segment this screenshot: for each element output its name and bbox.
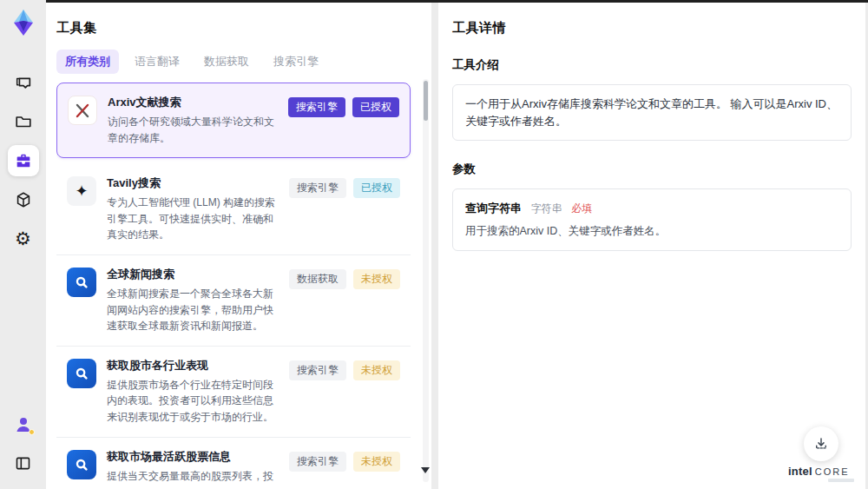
news-search-logo-icon xyxy=(67,450,96,479)
tool-description: 专为人工智能代理 (LLM) 构建的搜索引擎工具。可快速提供实时、准确和真实的结… xyxy=(107,195,275,243)
tool-description: 提供当天交易量最高的股票列表，投资者可以利用这些信息来识别流动性强的股票和潜在的… xyxy=(107,468,275,484)
auth-badge: 未授权 xyxy=(353,452,400,472)
tool-tags: 搜索引擎 未授权 xyxy=(289,360,400,380)
intel-wordmark: intel xyxy=(788,466,812,477)
tab-search-engine[interactable]: 搜索引擎 xyxy=(265,50,327,74)
scroll-down-arrow-icon[interactable] xyxy=(421,467,430,473)
toolset-panel: 工具集 所有类别 语言翻译 数据获取 搜索引擎 A xyxy=(46,3,431,489)
panel-toggle-icon xyxy=(14,454,32,472)
intro-box: 一个用于从Arxiv存储库搜索科学论文和文章的工具。 输入可以是Arxiv ID… xyxy=(452,84,852,141)
tool-tags: 搜索引擎 未授权 xyxy=(289,452,400,472)
tool-name: Arxiv文献搜索 xyxy=(108,95,274,110)
sidebar-nav: ⚙ xyxy=(8,67,39,254)
intel-core-logo: intel CORE xyxy=(788,466,854,482)
tool-description: 访问各个研究领域大量科学论文和文章的存储库。 xyxy=(108,114,274,146)
param-box: 查询字符串 字符串 必填 用于搜索的Arxiv ID、关键字或作者姓名。 xyxy=(452,188,852,251)
sidebar-item-collapse[interactable] xyxy=(8,447,39,479)
tool-description: 全球新闻搜索是一个聚合全球各大新闻网站内容的搜索引擎，帮助用户快速获取全球最新资… xyxy=(107,286,275,334)
toolbox-icon xyxy=(14,151,33,170)
tool-info: 获取股市各行业表现 提供股票市场各个行业在特定时间段内的表现。投资者可以利用这些… xyxy=(107,358,279,426)
tool-info: Tavily搜索 专为人工智能代理 (LLM) 构建的搜索引擎工具。可快速提供实… xyxy=(107,175,279,243)
category-badge: 数据获取 xyxy=(289,269,346,289)
sidebar-item-toolbox[interactable] xyxy=(8,145,39,176)
tool-name: 获取市场最活跃股票信息 xyxy=(107,449,275,465)
param-type: 字符串 xyxy=(531,202,562,215)
param-header: 查询字符串 字符串 必填 xyxy=(465,201,838,216)
tavily-logo-icon: ✦ xyxy=(67,176,96,206)
auth-badge: 已授权 xyxy=(353,178,400,198)
main-content: 工具集 所有类别 语言翻译 数据获取 搜索引擎 A xyxy=(46,3,868,489)
tool-tags: 搜索引擎 已授权 xyxy=(289,178,400,198)
download-icon xyxy=(813,436,829,452)
tab-all-categories[interactable]: 所有类别 xyxy=(56,50,119,74)
sidebar-item-settings[interactable]: ⚙ xyxy=(8,223,39,254)
category-badge: 搜索引擎 xyxy=(289,360,346,380)
core-wordmark: CORE xyxy=(815,467,850,477)
app-logo-gem-icon xyxy=(9,8,38,37)
sidebar-item-account[interactable] xyxy=(8,409,39,440)
news-search-logo-icon xyxy=(67,359,96,388)
cube-icon xyxy=(14,190,33,209)
sidebar-item-chat[interactable] xyxy=(8,67,39,98)
tool-description: 提供股票市场各个行业在特定时间段内的表现。投资者可以利用这些信息来识别表现优于或… xyxy=(107,377,275,426)
tab-data-acquisition[interactable]: 数据获取 xyxy=(195,50,258,74)
tool-detail-panel: 工具详情 工具介绍 一个用于从Arxiv存储库搜索科学论文和文章的工具。 输入可… xyxy=(438,3,865,489)
category-badge: 搜索引擎 xyxy=(289,452,346,472)
tool-card-global-news[interactable]: 全球新闻搜索 全球新闻搜索是一个聚合全球各大新闻网站内容的搜索引擎，帮助用户快速… xyxy=(56,255,411,347)
auth-badge: 已授权 xyxy=(352,97,399,117)
category-tabs: 所有类别 语言翻译 数据获取 搜索引擎 xyxy=(56,50,421,74)
detail-title: 工具详情 xyxy=(452,20,852,36)
status-dot xyxy=(29,429,35,435)
sidebar-item-files[interactable] xyxy=(8,106,39,137)
user-avatar-icon xyxy=(13,414,34,435)
param-name: 查询字符串 xyxy=(465,202,522,215)
params-heading: 参数 xyxy=(452,162,852,177)
tool-name: 全球新闻搜索 xyxy=(107,267,275,282)
folder-icon xyxy=(14,112,33,131)
sidebar-item-models[interactable] xyxy=(8,184,39,215)
tool-info: 获取市场最活跃股票信息 提供当天交易量最高的股票列表，投资者可以利用这些信息来识… xyxy=(107,449,279,484)
intro-heading: 工具介绍 xyxy=(452,57,852,73)
category-badge: 搜索引擎 xyxy=(288,97,345,117)
news-search-logo-icon xyxy=(67,268,96,297)
app-window: ⚙ xyxy=(0,0,868,489)
intro-text: 一个用于从Arxiv存储库搜索科学论文和文章的工具。 输入可以是Arxiv ID… xyxy=(465,96,838,129)
param-description: 用于搜索的Arxiv ID、关键字或作者姓名。 xyxy=(465,224,838,239)
download-button[interactable] xyxy=(804,426,838,461)
arxiv-logo-icon xyxy=(68,96,97,125)
scrollbar-thumb[interactable] xyxy=(424,81,428,121)
tool-card-tavily[interactable]: ✦ Tavily搜索 专为人工智能代理 (LLM) 构建的搜索引擎工具。可快速提… xyxy=(56,164,411,255)
window-top-edge xyxy=(46,0,868,3)
param-required-badge: 必填 xyxy=(571,202,592,215)
category-badge: 搜索引擎 xyxy=(289,178,346,198)
tool-info: Arxiv文献搜索 访问各个研究领域大量科学论文和文章的存储库。 xyxy=(108,95,278,146)
list-scrollbar[interactable] xyxy=(423,79,429,482)
sidebar-bottom xyxy=(8,409,39,479)
auth-badge: 未授权 xyxy=(353,360,400,380)
tool-list: Arxiv文献搜索 访问各个研究领域大量科学论文和文章的存储库。 搜索引擎 已授… xyxy=(56,83,421,484)
auth-badge: 未授权 xyxy=(353,269,400,289)
tool-card-arxiv[interactable]: Arxiv文献搜索 访问各个研究领域大量科学论文和文章的存储库。 搜索引擎 已授… xyxy=(56,83,411,158)
tool-tags: 数据获取 未授权 xyxy=(289,269,400,289)
chat-icon xyxy=(14,73,33,92)
tab-language-translation[interactable]: 语言翻译 xyxy=(126,50,188,74)
tool-card-sector-performance[interactable]: 获取股市各行业表现 提供股票市场各个行业在特定时间段内的表现。投资者可以利用这些… xyxy=(56,347,411,438)
tool-tags: 搜索引擎 已授权 xyxy=(288,97,399,117)
tool-info: 全球新闻搜索 全球新闻搜索是一个聚合全球各大新闻网站内容的搜索引擎，帮助用户快速… xyxy=(107,267,279,334)
tool-name: 获取股市各行业表现 xyxy=(107,358,275,373)
sidebar: ⚙ xyxy=(0,0,46,489)
floating-corner: intel CORE xyxy=(788,426,854,482)
toolset-title: 工具集 xyxy=(56,20,421,36)
gear-icon: ⚙ xyxy=(15,230,31,248)
tool-name: Tavily搜索 xyxy=(107,175,275,191)
tool-card-active-stocks[interactable]: 获取市场最活跃股票信息 提供当天交易量最高的股票列表，投资者可以利用这些信息来识… xyxy=(56,438,411,484)
intel-logo-underline xyxy=(828,479,854,482)
